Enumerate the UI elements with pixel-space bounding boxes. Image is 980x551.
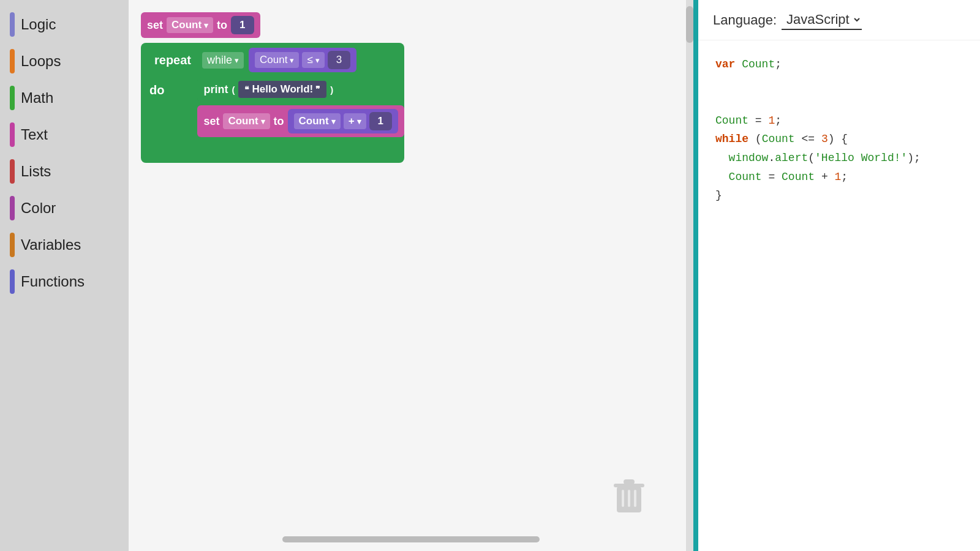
cond-val[interactable]: 3 bbox=[328, 51, 350, 69]
panel-divider bbox=[693, 0, 698, 551]
sidebar-color-functions bbox=[10, 269, 15, 294]
sidebar-item-lists[interactable]: Lists bbox=[0, 153, 129, 190]
sidebar-item-math[interactable]: Math bbox=[0, 80, 129, 116]
sidebar-label-math: Math bbox=[21, 89, 53, 107]
op-arrow: ▾ bbox=[315, 56, 320, 65]
sidebar-label-functions: Functions bbox=[21, 273, 85, 290]
repeat-label: repeat bbox=[148, 51, 197, 70]
hello-text: Hello World! bbox=[252, 83, 313, 96]
loop-container[interactable]: repeat while ▾ Count ▾ ≤ ▾ 3 bbox=[141, 43, 404, 163]
loop-body: print ( ❝ Hello World! ❞ ) set Coun bbox=[197, 77, 404, 137]
do-section: do print ( ❝ Hello World! ❞ ) bbox=[141, 77, 404, 137]
trash-icon[interactable] bbox=[614, 478, 644, 514]
svg-rect-5 bbox=[634, 490, 636, 507]
condition-block[interactable]: Count ▾ ≤ ▾ 3 bbox=[249, 48, 356, 72]
set-block-row: set Count ▾ to 1 bbox=[141, 12, 404, 38]
code-header: Language: JavaScript Python PHP bbox=[698, 0, 980, 40]
sidebar-item-text[interactable]: Text bbox=[0, 116, 129, 153]
code-line-2: Count = 1; bbox=[715, 111, 963, 130]
sidebar-item-color[interactable]: Color bbox=[0, 190, 129, 227]
cond-var-dropdown[interactable]: Count ▾ bbox=[255, 52, 299, 68]
sidebar-color-text bbox=[10, 122, 15, 147]
code-panel: Language: JavaScript Python PHP var Coun… bbox=[698, 0, 980, 551]
math-op-label: + bbox=[349, 115, 355, 127]
loop-header: repeat while ▾ Count ▾ ≤ ▾ 3 bbox=[141, 43, 404, 77]
sidebar-label-color: Color bbox=[21, 200, 56, 217]
math-var-dropdown[interactable]: Count ▾ bbox=[294, 113, 341, 129]
block-workspace: set Count ▾ to 1 repeat while ▾ bbox=[141, 12, 404, 163]
sidebar-item-variables[interactable]: Variables bbox=[0, 227, 129, 263]
sidebar-label-variables: Variables bbox=[21, 236, 81, 253]
canvas-hscrollbar[interactable] bbox=[282, 536, 540, 542]
print-label: print bbox=[203, 83, 228, 96]
sidebar-color-logic bbox=[10, 12, 15, 37]
close-paren: ) bbox=[330, 84, 333, 95]
count-label-1: Count bbox=[172, 19, 202, 31]
cond-op-label: ≤ bbox=[307, 54, 312, 66]
close-quote: ❞ bbox=[315, 84, 320, 94]
math-num[interactable]: 1 bbox=[369, 112, 392, 130]
string-block[interactable]: ❝ Hello World! ❞ bbox=[238, 81, 326, 98]
svg-rect-2 bbox=[624, 479, 635, 484]
code-line-3: while (Count <= 3) { bbox=[715, 130, 963, 149]
set-block[interactable]: set Count ▾ to 1 bbox=[141, 12, 260, 38]
code-line-4: window.alert('Hello World!'); bbox=[715, 149, 963, 168]
sidebar-label-lists: Lists bbox=[21, 163, 51, 180]
sidebar-label-logic: Logic bbox=[21, 16, 56, 33]
set-label-2: set bbox=[203, 115, 219, 128]
svg-rect-4 bbox=[628, 490, 630, 507]
count-dropdown-2[interactable]: Count ▾ bbox=[223, 113, 270, 129]
svg-rect-3 bbox=[622, 490, 624, 507]
code-line-5: Count = Count + 1; bbox=[715, 168, 963, 187]
sidebar: LogicLoopsMathTextListsColorVariablesFun… bbox=[0, 0, 129, 551]
cond-var-label: Count bbox=[260, 54, 287, 66]
code-body: var Count; Count = 1; while (Count <= 3)… bbox=[698, 40, 980, 551]
language-label: Language: bbox=[713, 12, 777, 28]
sidebar-item-logic[interactable]: Logic bbox=[0, 6, 129, 43]
cond-arrow: ▾ bbox=[290, 56, 294, 65]
sidebar-label-loops: Loops bbox=[21, 53, 61, 70]
sidebar-label-text: Text bbox=[21, 126, 48, 143]
sidebar-color-variables bbox=[10, 233, 15, 257]
math-op-dropdown[interactable]: + ▾ bbox=[344, 113, 366, 129]
sidebar-color-math bbox=[10, 86, 15, 110]
while-label: while bbox=[207, 54, 232, 67]
math-var-arrow: ▾ bbox=[331, 117, 336, 126]
dropdown-arrow-1: ▾ bbox=[204, 21, 208, 30]
sidebar-color-loops bbox=[10, 49, 15, 73]
print-block[interactable]: print ( ❝ Hello World! ❞ ) bbox=[197, 77, 404, 102]
sidebar-item-functions[interactable]: Functions bbox=[0, 263, 129, 300]
count-label-2: Count bbox=[228, 115, 258, 127]
math-var-label: Count bbox=[299, 115, 329, 127]
loop-footer bbox=[141, 137, 404, 151]
sidebar-color-lists bbox=[10, 159, 15, 184]
while-dropdown[interactable]: while ▾ bbox=[202, 52, 244, 69]
canvas-vscrollbar[interactable] bbox=[686, 0, 693, 551]
open-quote: ❝ bbox=[244, 84, 249, 94]
to-label-2: to bbox=[274, 115, 284, 128]
canvas-vscroll-thumb[interactable] bbox=[686, 6, 693, 43]
set-label: set bbox=[147, 19, 163, 32]
sidebar-item-loops[interactable]: Loops bbox=[0, 43, 129, 80]
sidebar-color-color bbox=[10, 196, 15, 220]
code-line-blank1 bbox=[715, 74, 963, 93]
open-paren: ( bbox=[232, 84, 235, 95]
math-op-arrow: ▾ bbox=[357, 117, 361, 126]
code-line-1: var Count; bbox=[715, 55, 963, 74]
set-block-2[interactable]: set Count ▾ to Count ▾ bbox=[197, 105, 404, 137]
set-value-1[interactable]: 1 bbox=[231, 16, 254, 34]
language-select[interactable]: JavaScript Python PHP bbox=[782, 10, 862, 30]
code-line-6: } bbox=[715, 186, 963, 205]
canvas-area[interactable]: set Count ▾ to 1 repeat while ▾ bbox=[129, 0, 693, 551]
count-dropdown-1[interactable]: Count ▾ bbox=[167, 17, 213, 33]
to-label: to bbox=[217, 19, 227, 32]
dropdown-arrow-2: ▾ bbox=[261, 117, 265, 126]
math-block[interactable]: Count ▾ + ▾ 1 bbox=[288, 109, 399, 133]
cond-op-dropdown[interactable]: ≤ ▾ bbox=[302, 52, 324, 68]
do-label: do bbox=[141, 80, 173, 101]
while-arrow: ▾ bbox=[235, 56, 239, 65]
code-line-blank2 bbox=[715, 92, 963, 111]
